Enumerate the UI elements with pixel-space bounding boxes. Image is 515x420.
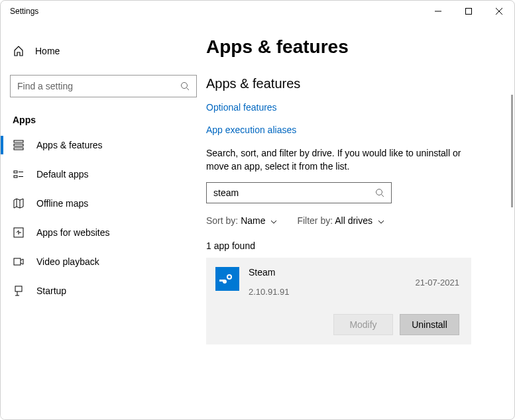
app-search-input[interactable]: steam [206, 182, 392, 203]
results-count: 1 app found [206, 240, 494, 251]
sidebar-item-label: Default apps [36, 169, 89, 180]
steam-icon [215, 267, 239, 291]
sidebar-item-label: Apps & features [36, 140, 103, 150]
sidebar-item-apps-websites[interactable]: Apps for websites [1, 218, 206, 247]
svg-line-5 [187, 88, 190, 91]
sidebar-item-label: Video playback [36, 256, 99, 267]
section-label: Apps [13, 115, 206, 125]
section-title: Apps & features [206, 76, 494, 91]
svg-rect-9 [14, 171, 17, 173]
chevron-down-icon [378, 215, 384, 226]
search-icon [180, 81, 190, 91]
svg-rect-1 [466, 9, 472, 15]
svg-point-4 [182, 83, 188, 89]
startup-icon [13, 285, 25, 297]
app-execution-aliases-link[interactable]: App execution aliases [206, 125, 494, 135]
optional-features-link[interactable]: Optional features [206, 102, 494, 113]
svg-rect-7 [14, 144, 23, 146]
svg-rect-18 [15, 286, 22, 291]
titlebar: Settings [1, 1, 514, 22]
description-text: Search, sort, and filter by drive. If yo… [206, 147, 471, 173]
search-value: steam [213, 187, 375, 198]
modify-button: Modify [333, 314, 393, 335]
search-icon [375, 188, 384, 197]
svg-point-23 [221, 272, 234, 286]
app-list-item[interactable]: Steam 2.10.91.91 21-07-2021 Modify Unins… [206, 258, 471, 344]
svg-line-22 [382, 195, 384, 197]
sidebar-item-default-apps[interactable]: Default apps [1, 160, 206, 189]
app-install-date: 21-07-2021 [416, 278, 460, 297]
apps-features-icon [13, 139, 25, 151]
filter-value: All drives [335, 215, 372, 226]
sidebar: Home Find a setting Apps Apps & features… [1, 22, 206, 419]
home-icon [13, 45, 25, 57]
close-button[interactable] [484, 1, 514, 22]
app-version: 2.10.91.91 [249, 287, 406, 297]
window-title: Settings [10, 7, 38, 16]
sidebar-item-apps-features[interactable]: Apps & features [1, 131, 206, 160]
settings-search-input[interactable]: Find a setting [10, 75, 197, 97]
sidebar-item-label: Startup [36, 286, 66, 296]
sidebar-item-video-playback[interactable]: Video playback [1, 247, 206, 276]
window-controls [423, 1, 514, 22]
svg-rect-17 [14, 258, 21, 265]
svg-point-25 [228, 276, 231, 278]
uninstall-button[interactable]: Uninstall [400, 314, 459, 335]
home-nav[interactable]: Home [1, 38, 206, 64]
svg-point-21 [376, 189, 382, 195]
main-content: Apps & features Apps & features Optional… [206, 22, 514, 419]
svg-rect-27 [219, 280, 225, 282]
minimize-button[interactable] [423, 1, 453, 22]
video-playback-icon [13, 256, 25, 268]
filter-dropdown[interactable]: Filter by: All drives [297, 215, 384, 226]
search-placeholder: Find a setting [17, 81, 180, 91]
page-title: Apps & features [206, 36, 494, 58]
sidebar-item-offline-maps[interactable]: Offline maps [1, 189, 206, 218]
svg-rect-8 [14, 148, 23, 150]
filter-label: Filter by: [297, 215, 333, 226]
chevron-down-icon [270, 215, 277, 226]
offline-maps-icon [13, 197, 25, 209]
svg-rect-10 [14, 176, 17, 178]
sidebar-item-label: Offline maps [36, 198, 88, 209]
sidebar-item-startup[interactable]: Startup [1, 276, 206, 305]
svg-rect-6 [14, 140, 23, 142]
sidebar-item-label: Apps for websites [36, 227, 110, 238]
app-name: Steam [249, 267, 406, 278]
maximize-button[interactable] [453, 1, 484, 22]
sort-label: Sort by: [206, 215, 238, 226]
scrollbar[interactable] [511, 95, 513, 207]
sort-dropdown[interactable]: Sort by: Name [206, 215, 277, 226]
apps-websites-icon [13, 227, 25, 238]
default-apps-icon [13, 168, 25, 180]
home-label: Home [35, 46, 60, 56]
sort-value: Name [241, 215, 265, 226]
